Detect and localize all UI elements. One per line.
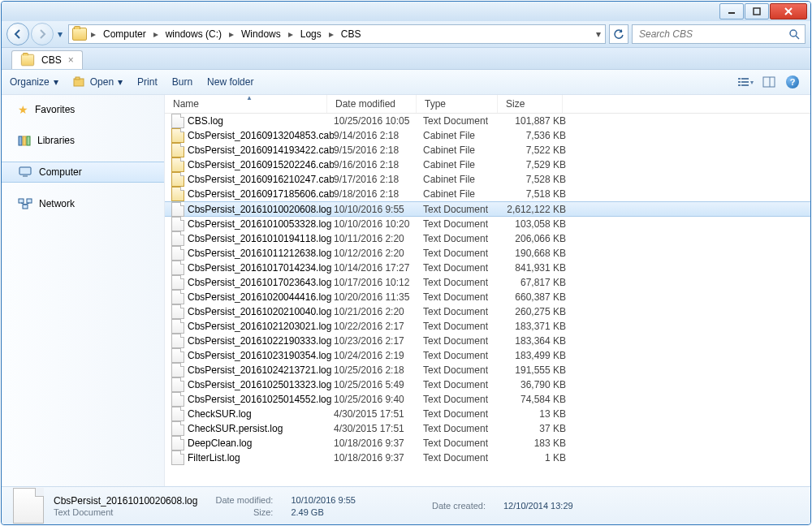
nav-favorites[interactable]: ★ Favorites bbox=[2, 100, 164, 119]
file-type: Text Document bbox=[423, 204, 504, 215]
breadcrumb-computer[interactable]: Computer bbox=[98, 25, 151, 43]
file-date: 10/21/2016 2:20 bbox=[334, 306, 423, 317]
chevron-right-icon[interactable]: ▸ bbox=[227, 28, 236, 40]
file-row[interactable]: CBS.log10/25/2016 10:05Text Document101,… bbox=[165, 114, 810, 128]
file-name: CbsPersist_20160913204853.cab bbox=[188, 130, 334, 141]
search-input[interactable] bbox=[637, 28, 771, 41]
svg-rect-1 bbox=[754, 8, 760, 15]
file-name: CbsPersist_20160914193422.cab bbox=[188, 144, 334, 156]
file-row[interactable]: CbsPersist_20160914193422.cab9/15/2016 2… bbox=[165, 143, 810, 157]
explorer-window: ▾ ▸ Computer ▸ windows (C:) ▸ Windows ▸ … bbox=[1, 1, 811, 525]
column-header-size[interactable]: Size bbox=[498, 95, 563, 113]
nav-row: ▾ ▸ Computer ▸ windows (C:) ▸ Windows ▸ … bbox=[2, 21, 810, 47]
file-icon bbox=[171, 143, 184, 157]
file-row[interactable]: CheckSUR.persist.log4/30/2015 17:51Text … bbox=[165, 421, 810, 436]
file-row[interactable]: CbsPersist_20161023190354.log10/24/2016 … bbox=[165, 348, 810, 363]
column-header-date[interactable]: Date modified bbox=[327, 95, 417, 113]
file-type: Text Document bbox=[423, 248, 504, 259]
help-button[interactable]: ? bbox=[783, 73, 802, 91]
minimize-button[interactable] bbox=[719, 3, 744, 19]
breadcrumb-drive[interactable]: windows (C:) bbox=[161, 25, 227, 43]
file-name: CbsPersist_20161020044416.log bbox=[188, 291, 331, 303]
maximize-button[interactable] bbox=[745, 3, 769, 19]
file-row[interactable]: CheckSUR.log4/30/2015 17:51Text Document… bbox=[165, 407, 810, 421]
search-box[interactable] bbox=[632, 24, 806, 44]
toolbar: Organize ▾ Open ▾ Print Burn New folder … bbox=[2, 70, 810, 95]
nav-computer[interactable]: Computer bbox=[2, 162, 164, 183]
history-dropdown[interactable]: ▾ bbox=[55, 28, 65, 40]
file-icon bbox=[171, 187, 184, 201]
file-row[interactable]: CbsPersist_20160915202246.cab9/16/2016 2… bbox=[165, 157, 810, 172]
nav-libraries[interactable]: Libraries bbox=[2, 131, 164, 150]
file-icon bbox=[171, 157, 184, 172]
file-name: CheckSUR.persist.log bbox=[188, 423, 283, 434]
file-icon bbox=[171, 275, 184, 290]
file-row[interactable]: CbsPersist_20161010053328.log10/10/2016 … bbox=[165, 217, 810, 231]
file-date: 10/22/2016 2:17 bbox=[334, 321, 423, 332]
new-folder-button[interactable]: New folder bbox=[207, 76, 253, 88]
file-row[interactable]: CbsPersist_20161021203021.log10/22/2016 … bbox=[165, 319, 810, 334]
file-type: Text Document bbox=[423, 321, 504, 332]
chevron-right-icon[interactable]: ▸ bbox=[89, 28, 98, 40]
file-name: CbsPersist_20161023190354.log bbox=[188, 350, 331, 361]
address-bar[interactable]: ▸ Computer ▸ windows (C:) ▸ Windows ▸ Lo… bbox=[68, 24, 606, 44]
file-row[interactable]: CbsPersist_20161010194118.log10/11/2016 … bbox=[165, 231, 810, 246]
file-row[interactable]: CbsPersist_20161024213721.log10/25/2016 … bbox=[165, 363, 810, 377]
file-size: 7,528 KB bbox=[504, 174, 569, 185]
column-header-type[interactable]: Type bbox=[417, 95, 498, 113]
file-row[interactable]: CbsPersist_20161010020608.log10/10/2016 … bbox=[165, 201, 810, 217]
file-rows-container: CBS.log10/25/2016 10:05Text Document101,… bbox=[165, 114, 810, 465]
file-row[interactable]: CbsPersist_20161022190333.log10/23/2016 … bbox=[165, 334, 810, 348]
file-type: Text Document bbox=[423, 291, 504, 303]
file-row[interactable]: CbsPersist_20161017023643.log10/17/2016 … bbox=[165, 275, 810, 290]
chevron-right-icon[interactable]: ▸ bbox=[286, 28, 296, 40]
breadcrumb-logs[interactable]: Logs bbox=[296, 25, 326, 43]
refresh-button[interactable] bbox=[609, 24, 628, 44]
breadcrumb-windows[interactable]: Windows bbox=[236, 25, 286, 43]
nav-network[interactable]: Network bbox=[2, 194, 164, 213]
svg-rect-23 bbox=[23, 205, 28, 209]
chevron-down-icon[interactable]: ▾ bbox=[594, 28, 603, 40]
tab-close-icon[interactable]: × bbox=[67, 54, 76, 66]
file-icon bbox=[171, 290, 184, 304]
file-row[interactable]: CbsPersist_20161020044416.log10/20/2016 … bbox=[165, 290, 810, 304]
file-date: 10/11/2016 2:20 bbox=[334, 233, 423, 244]
preview-pane-button[interactable] bbox=[759, 73, 779, 91]
file-icon bbox=[171, 421, 184, 436]
navigation-pane[interactable]: ★ Favorites Libraries Computer Network bbox=[2, 95, 165, 487]
file-type: Text Document bbox=[423, 350, 504, 361]
file-row[interactable]: FilterList.log10/18/2016 9:37Text Docume… bbox=[165, 451, 810, 465]
file-row[interactable]: CbsPersist_20160913204853.cab9/14/2016 2… bbox=[165, 128, 810, 143]
star-icon: ★ bbox=[18, 103, 28, 116]
chevron-down-icon: ▾ bbox=[118, 76, 123, 88]
file-icon bbox=[171, 334, 184, 348]
file-row[interactable]: CbsPersist_20161025013323.log10/25/2016 … bbox=[165, 377, 810, 392]
tab-cbs[interactable]: CBS × bbox=[11, 50, 83, 69]
close-button[interactable] bbox=[770, 3, 807, 19]
chevron-right-icon[interactable]: ▸ bbox=[151, 28, 161, 40]
file-date: 4/30/2015 17:51 bbox=[334, 408, 423, 420]
view-options-button[interactable]: ▾ bbox=[736, 73, 755, 91]
file-row[interactable]: CbsPersist_20161011212638.log10/12/2016 … bbox=[165, 246, 810, 261]
svg-rect-16 bbox=[19, 136, 22, 145]
file-row[interactable]: CbsPersist_20160917185606.cab9/18/2016 2… bbox=[165, 187, 810, 201]
file-date: 10/23/2016 2:17 bbox=[334, 335, 423, 347]
chevron-right-icon[interactable]: ▸ bbox=[326, 28, 336, 40]
breadcrumb-cbs[interactable]: CBS bbox=[336, 25, 366, 43]
print-button[interactable]: Print bbox=[137, 76, 158, 88]
burn-button[interactable]: Burn bbox=[172, 76, 192, 88]
file-row[interactable]: CbsPersist_20160916210247.cab9/17/2016 2… bbox=[165, 172, 810, 187]
back-button[interactable] bbox=[6, 23, 29, 45]
file-row[interactable]: DeepClean.log10/18/2016 9:37Text Documen… bbox=[165, 436, 810, 451]
organize-menu[interactable]: Organize ▾ bbox=[10, 76, 58, 88]
file-size: 260,275 KB bbox=[504, 306, 569, 317]
file-size: 13 KB bbox=[504, 408, 569, 420]
file-icon bbox=[171, 348, 184, 363]
file-size: 190,668 KB bbox=[504, 248, 569, 259]
file-row[interactable]: CbsPersist_20161017014234.log10/14/2016 … bbox=[165, 261, 810, 275]
computer-icon bbox=[18, 166, 32, 178]
file-row[interactable]: CbsPersist_20161020210040.log10/21/2016 … bbox=[165, 304, 810, 319]
forward-button[interactable] bbox=[31, 23, 54, 45]
open-button[interactable]: Open ▾ bbox=[73, 76, 123, 88]
file-row[interactable]: CbsPersist_20161025014552.log10/25/2016 … bbox=[165, 392, 810, 407]
